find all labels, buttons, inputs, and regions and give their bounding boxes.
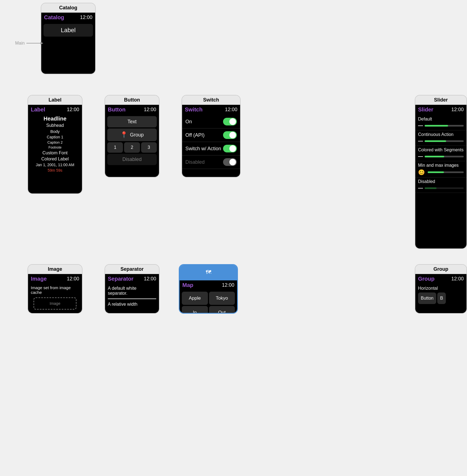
map-icon-box: 🗺 xyxy=(204,267,213,277)
button-header: Button 12:00 xyxy=(105,105,159,114)
label-header: Label 12:00 xyxy=(28,105,82,114)
switch-on-label: On xyxy=(185,119,192,125)
slider-fill-minmax xyxy=(428,171,444,173)
switch-disabled-label: Disabled xyxy=(185,159,205,165)
map-header-time: 12:00 xyxy=(222,282,234,288)
label-custom-font: Custom Font xyxy=(28,150,82,156)
map-out-btn[interactable]: Out xyxy=(209,306,235,313)
btn-1[interactable]: 1 xyxy=(107,142,123,153)
slider-minmax-track: 😊 xyxy=(418,169,464,176)
image-content: Image set from image cache Image xyxy=(28,283,82,313)
switch-header: Switch 12:00 xyxy=(182,105,240,114)
button-frame: Button Button 12:00 Text 📍 Group 1 2 3 D… xyxy=(105,95,160,177)
toggle-knob-on xyxy=(229,118,236,125)
map-tokyo-btn[interactable]: Tokyo xyxy=(209,292,235,305)
switch-disabled-toggle xyxy=(223,158,237,166)
switch-offapi-row: Off (API) xyxy=(182,128,240,142)
switch-action-toggle[interactable] xyxy=(223,145,237,152)
map-pin-icon: 📍 xyxy=(120,131,128,138)
image-frame: Image Image 12:00 Image set from image c… xyxy=(28,264,83,314)
slider-minus5-icon: — xyxy=(418,185,423,191)
btn-2[interactable]: 2 xyxy=(124,142,140,153)
group-frame: Group Group 12:00 Horizontal Button B xyxy=(415,264,467,314)
image-header-time: 12:00 xyxy=(67,276,79,282)
separator-screen: Separator 12:00 A default white separato… xyxy=(105,274,159,313)
slider-track-continuous[interactable] xyxy=(425,140,464,142)
separator-relative: A relative width xyxy=(105,300,159,308)
slider-content: Default — Continuous Action — xyxy=(415,114,466,248)
separator-title-bar: Separator xyxy=(105,265,159,274)
switch-offapi-label: Off (API) xyxy=(185,132,205,138)
slider-disabled: Disabled — xyxy=(415,177,466,193)
switch-content: On Off (API) Switch w/ Action Disabled xyxy=(182,114,240,177)
map-icon: 🗺 xyxy=(206,269,211,275)
switch-offapi-toggle[interactable] xyxy=(223,131,237,139)
group-btn-row: Button B xyxy=(418,292,464,304)
button-disabled: Disabled xyxy=(107,154,157,165)
switch-header-title: Switch xyxy=(185,106,202,113)
slider-title-bar: Slider xyxy=(415,95,466,105)
slider-colored-title: Colored with Segments xyxy=(418,147,464,152)
slider-colored-track: — xyxy=(418,154,464,159)
label-header-title: Label xyxy=(31,106,45,113)
main-arrow-label: Main xyxy=(15,41,25,46)
button-screen: Button 12:00 Text 📍 Group 1 2 3 Disabled xyxy=(105,105,159,177)
label-title-bar: Label xyxy=(28,95,82,105)
toggle-knob-offapi xyxy=(229,132,236,138)
image-header-title: Image xyxy=(31,276,47,282)
switch-on-toggle[interactable] xyxy=(223,118,237,125)
slider-minmax: Min and max images 😊 xyxy=(415,161,466,177)
button-text[interactable]: Text xyxy=(107,116,157,127)
switch-screen: Switch 12:00 On Off (API) Switch w/ Acti… xyxy=(182,105,240,177)
group-section: Horizontal Button B xyxy=(415,284,466,306)
button-group[interactable]: 📍 Group xyxy=(107,128,157,141)
catalog-label-item[interactable]: Label xyxy=(43,24,93,37)
label-date: Jan 1, 2001, 11:00 AM xyxy=(28,162,82,168)
slider-disabled-track: — xyxy=(418,185,464,191)
group-btn-1[interactable]: Button xyxy=(418,292,436,304)
label-footnote: Footnote xyxy=(28,145,82,150)
btn-3[interactable]: 3 xyxy=(141,142,157,153)
label-frame: Label Label 12:00 Headline Subhead Body … xyxy=(28,95,83,194)
image-placeholder: Image xyxy=(34,297,76,310)
separator-description: A default white separator. xyxy=(105,284,159,297)
slider-header: Slider 12:00 xyxy=(415,105,466,114)
slider-default-track: — xyxy=(418,123,464,128)
group-title-bar: Group xyxy=(415,265,466,274)
map-content: Apple Tokyo In Out xyxy=(180,289,237,313)
label-body: Body xyxy=(28,128,82,134)
group-header-title: Group xyxy=(418,276,435,282)
switch-action-label: Switch w/ Action xyxy=(185,146,221,152)
label-caption1: Caption 1 xyxy=(28,134,82,140)
slider-screen: Slider 12:00 Default — Continuous Action… xyxy=(415,105,466,248)
group-screen: Group 12:00 Horizontal Button B xyxy=(415,274,466,313)
slider-track-colored[interactable] xyxy=(425,156,464,157)
switch-header-time: 12:00 xyxy=(225,107,237,113)
slider-minus-icon: — xyxy=(418,123,423,128)
slider-default: Default — xyxy=(415,115,466,130)
group-header: Group 12:00 xyxy=(415,274,466,283)
separator-frame: Separator Separator 12:00 A default whit… xyxy=(105,264,160,314)
map-apple-btn[interactable]: Apple xyxy=(182,292,208,305)
map-header-title: Map xyxy=(182,282,193,288)
catalog-header-time: 12:00 xyxy=(80,15,92,20)
label-header-time: 12:00 xyxy=(67,107,79,113)
slider-disabled-title: Disabled xyxy=(418,179,464,184)
slider-track-default[interactable] xyxy=(425,125,464,127)
switch-action-row: Switch w/ Action xyxy=(182,142,240,155)
group-btn-2[interactable]: B xyxy=(437,292,446,304)
image-screen: Image 12:00 Image set from image cache I… xyxy=(28,274,82,313)
switch-frame: Switch Switch 12:00 On Off (API) Switch … xyxy=(182,95,241,177)
slider-frame: Slider Slider 12:00 Default — Continuous… xyxy=(415,95,467,249)
slider-track-minmax[interactable] xyxy=(428,171,464,173)
label-headline: Headline xyxy=(28,115,82,122)
slider-header-time: 12:00 xyxy=(451,107,464,113)
catalog-frame: Catalog Catalog 12:00 Label xyxy=(41,3,96,74)
label-screen: Label 12:00 Headline Subhead Body Captio… xyxy=(28,105,82,193)
slider-default-title: Default xyxy=(418,117,464,122)
label-content: Headline Subhead Body Caption 1 Caption … xyxy=(28,114,82,193)
map-in-btn[interactable]: In xyxy=(182,306,208,313)
image-title-bar: Image xyxy=(28,265,82,274)
group-header-time: 12:00 xyxy=(451,276,464,282)
switch-on-row: On xyxy=(182,115,240,128)
